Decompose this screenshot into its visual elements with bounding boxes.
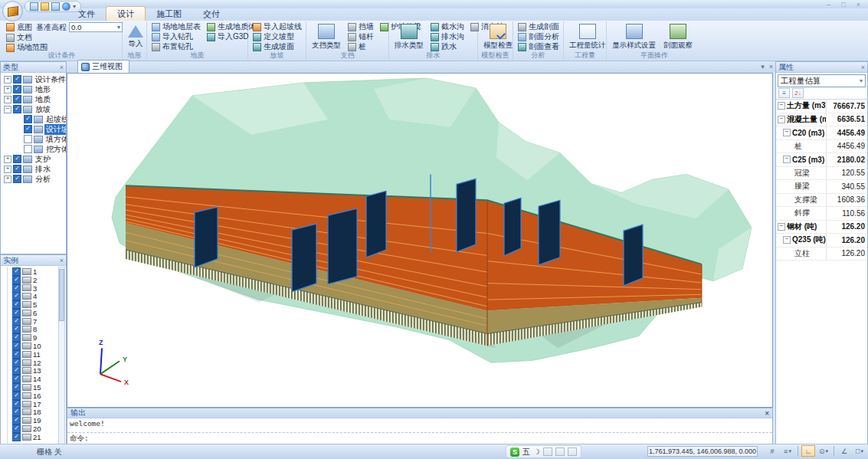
tree-item[interactable]: ✓ 起坡线 [4,114,66,124]
instance-checkbox[interactable]: ✓ [12,366,21,375]
instance-label[interactable]: 7 [33,317,37,326]
maximize-button[interactable]: □ [841,2,845,8]
row-expander-icon[interactable]: − [778,223,785,231]
model-check-button[interactable]: 模型检查 [481,22,515,51]
instance-checkbox[interactable]: ✓ [12,375,21,383]
row-expander-icon[interactable]: − [778,116,785,123]
instance-label[interactable]: 18 [33,408,41,416]
tree-checkbox[interactable]: ✓ [24,125,32,133]
ortho-toggle-icon[interactable]: ⊙▾ [817,445,830,457]
anchor-rod-button[interactable]: 锚杆 [346,32,375,41]
tab-delivery[interactable]: 交付 [192,7,231,21]
tree-checkbox[interactable]: ✓ [13,85,21,93]
drop-water-button[interactable]: 跌水 [429,42,466,51]
properties-panel-close-icon[interactable]: × [861,64,865,71]
tree-item[interactable]: + ✓ 地质 [4,94,66,104]
document-button[interactable]: 文档 [5,33,123,42]
tree-expander-icon[interactable]: + [4,175,11,183]
tree-item-label[interactable]: 设计坡面 [44,124,66,135]
row-expander-icon[interactable]: − [783,156,791,163]
selection-mode-icon[interactable]: □▾ [853,445,866,457]
intercept-ditch-button[interactable]: 截水沟 [429,22,466,31]
tree-checkbox[interactable]: ✓ [13,155,21,163]
drainage-type-button[interactable]: 排水类型 [392,22,426,51]
properties-mode-select[interactable]: 工程量估算 ▾ [778,74,866,87]
tree-expander-icon[interactable]: + [4,166,11,173]
tree-checkbox[interactable]: ✓ [24,115,32,123]
grid-display-icon[interactable]: # [765,445,779,457]
ime-punct-icon[interactable] [543,448,552,456]
new-file-icon[interactable] [30,2,38,11]
tab-design[interactable]: 设计 [106,6,146,21]
instance-label[interactable]: 16 [33,392,41,400]
instance-checkbox[interactable]: ✓ [12,400,21,408]
tree-expander-icon[interactable]: + [4,96,11,103]
snap-toggle-icon[interactable]: ∟ [801,445,815,457]
instance-checkbox[interactable]: ✓ [12,350,21,359]
tree-checkbox[interactable]: ✓ [13,105,21,113]
tree-item[interactable]: ✓ 设计坡面 [4,124,66,134]
instance-checkbox[interactable]: ✓ [12,392,21,400]
tree-expander-icon[interactable]: − [4,106,11,113]
ime-keyboard-icon[interactable] [555,448,565,456]
tree-item-label[interactable]: 填方体 [44,134,66,145]
close-button[interactable]: × [857,2,860,8]
viewport-3d[interactable]: Z Y X [67,73,773,408]
table-row[interactable]: − 腰梁 340.55 [776,180,867,194]
tree-item[interactable]: + ✓ 排水 [4,164,66,174]
section-observe-button[interactable]: 剖面观察 [661,22,695,51]
instance-label[interactable]: 12 [33,359,41,367]
instance-label[interactable]: 1 [33,267,37,276]
type-panel-close-icon[interactable]: × [60,64,64,71]
table-row[interactable]: − C25 (m3) 2180.02 [776,153,867,167]
tab-3d-view[interactable]: 三维视图 [77,60,129,73]
tree-item-label[interactable]: 支护 [34,154,52,165]
quick-access-dropdown-icon[interactable]: ▾ [73,4,76,10]
tree-item-label[interactable]: 排水 [34,164,52,175]
sort-descending-icon[interactable]: 2↓ [792,88,804,98]
tree-expander-icon[interactable]: + [4,76,11,84]
tree-item-label[interactable]: 挖方体 [44,144,66,155]
tree-item-label[interactable]: 放坡 [34,104,52,115]
site-strata-table-button[interactable]: 场地地层表 [150,22,202,31]
instance-label[interactable]: 8 [33,325,37,333]
minimize-button[interactable]: – [827,2,830,8]
tree-expander-icon[interactable]: + [4,156,11,163]
tree-item[interactable]: + ✓ 支护 [4,154,66,164]
base-elevation-dropdown-icon[interactable]: ▾ [117,24,120,31]
instance-label[interactable]: 11 [33,350,41,359]
drain-ditch-button[interactable]: 排水沟 [429,32,466,41]
generate-slope-face-button[interactable]: 生成坡面 [251,42,303,51]
table-row[interactable]: − Q235 (吨) 126.20 [776,234,867,248]
save-file-icon[interactable] [51,2,60,11]
tree-checkbox[interactable]: ✓ [24,135,32,143]
import-slope-line-button[interactable]: 导入起坡线 [251,22,303,31]
instance-label[interactable]: 20 [33,425,41,433]
ime-width-icon[interactable]: ☽ [533,448,540,456]
generate-section-button[interactable]: 生成剖面 [516,22,561,31]
section-view-button[interactable]: 剖面查看 [516,42,561,51]
instance-checkbox[interactable]: ✓ [12,333,21,342]
tree-item-label[interactable]: 地质 [34,94,52,105]
row-expander-icon[interactable]: − [783,236,791,244]
instance-panel-close-icon[interactable]: × [60,257,64,264]
table-row[interactable]: − C20 (m3) 4456.49 [776,126,867,140]
instance-checkbox[interactable]: ✓ [12,342,21,350]
import-borehole-button[interactable]: 导入钻孔 [150,32,202,41]
layer-list-icon[interactable]: ≡▾ [781,445,794,457]
instance-checkbox[interactable]: ✓ [12,276,21,284]
command-prompt[interactable]: 命令: [67,432,772,444]
instance-checkbox[interactable]: ✓ [12,425,21,433]
tab-close-icon[interactable]: × [769,63,773,70]
instance-checkbox[interactable]: ✓ [12,325,21,333]
open-file-icon[interactable] [41,2,49,11]
instance-label[interactable]: 10 [33,342,41,350]
sync-icon[interactable] [62,2,70,11]
tree-checkbox[interactable]: ✓ [13,95,21,103]
display-style-settings-button[interactable]: 显示样式设置 [610,22,658,51]
categorize-icon[interactable]: ≡ [778,88,790,98]
retaining-wall-button[interactable]: 挡墙 [346,22,375,31]
instance-label[interactable]: 14 [33,375,41,383]
tab-list-dropdown-icon[interactable]: ▾ [761,63,765,70]
base-elevation-input[interactable]: 0.0▾ [69,22,123,32]
